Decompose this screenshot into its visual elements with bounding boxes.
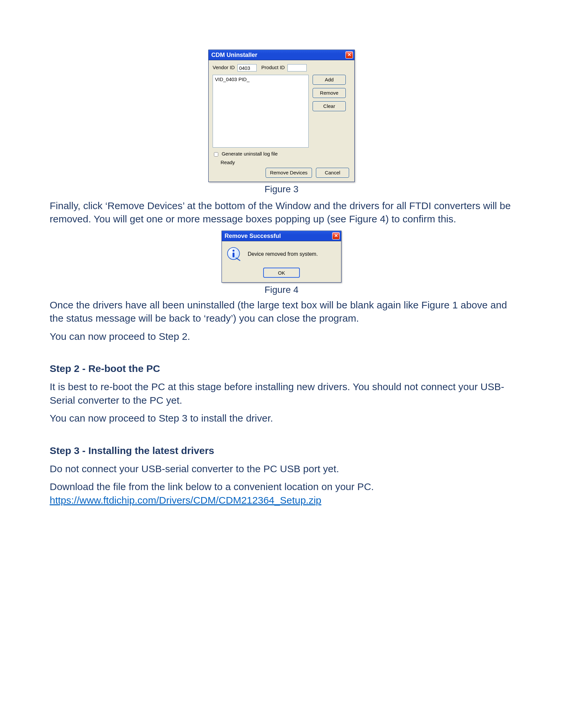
svg-rect-2 [232, 252, 234, 257]
download-link[interactable]: https://www.ftdichip.com/Drivers/CDM/CDM… [50, 495, 321, 506]
remove-button[interactable]: Remove [313, 88, 346, 98]
add-button[interactable]: Add [313, 75, 346, 85]
clear-button[interactable]: Clear [313, 101, 346, 111]
status-text: Ready [220, 159, 235, 165]
step-3-heading: Step 3 - Installing the latest drivers [50, 445, 513, 456]
svg-point-1 [232, 250, 234, 251]
cdm-uninstaller-window: CDM Uninstaller ✕ Vendor ID Product ID V… [208, 50, 355, 182]
list-item[interactable]: VID_0403 PID_ [215, 76, 306, 82]
paragraph: Do not connect your USB-serial converter… [50, 462, 513, 476]
cancel-button[interactable]: Cancel [316, 168, 349, 178]
paragraph: Download the file from the link below to… [50, 480, 513, 507]
paragraph: It is best to re-boot the PC at this sta… [50, 380, 513, 407]
device-listbox[interactable]: VID_0403 PID_ [212, 75, 309, 148]
figure-3-caption: Figure 3 [50, 184, 513, 195]
generate-log-checkbox[interactable] [214, 152, 218, 157]
close-icon[interactable]: ✕ [332, 232, 340, 240]
window-titlebar: CDM Uninstaller ✕ [209, 50, 354, 60]
paragraph: Once the drivers have all been uninstall… [50, 298, 513, 325]
close-icon[interactable]: ✕ [346, 51, 353, 59]
step-2-heading: Step 2 - Re-boot the PC [50, 363, 513, 374]
product-id-input[interactable] [288, 64, 307, 71]
vendor-id-input[interactable] [237, 64, 257, 71]
generate-log-checkbox-label[interactable]: Generate uninstall log file [212, 151, 277, 157]
message-text: Device removed from system. [248, 251, 318, 257]
info-icon [226, 247, 242, 262]
vendor-id-label: Vendor ID [212, 65, 235, 70]
remove-devices-button[interactable]: Remove Devices [265, 168, 312, 178]
paragraph: You can now proceed to Step 3 to install… [50, 412, 513, 425]
remove-successful-window: Remove Successful ✕ [221, 231, 342, 283]
figure-4-caption: Figure 4 [50, 285, 513, 295]
product-id-label: Product ID [261, 65, 285, 70]
window-titlebar: Remove Successful ✕ [222, 231, 341, 241]
ok-button[interactable]: OK [263, 268, 300, 278]
paragraph: Finally, click ‘Remove Devices’ at the b… [50, 199, 513, 226]
window-title: Remove Successful [224, 233, 281, 239]
window-title: CDM Uninstaller [211, 52, 257, 58]
paragraph: You can now proceed to Step 2. [50, 330, 513, 343]
